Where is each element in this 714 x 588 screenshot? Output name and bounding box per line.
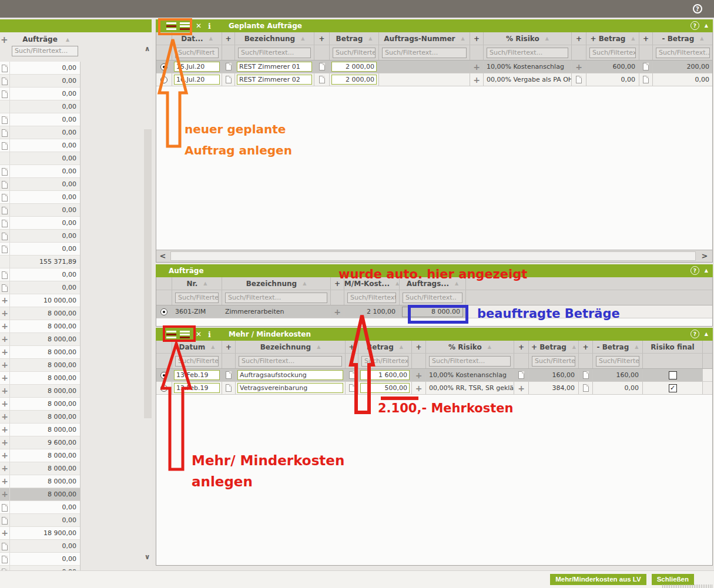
sidebar-row[interactable]: 0,00	[0, 75, 80, 88]
risiko-final-checkbox[interactable]: ✓	[669, 384, 677, 392]
sidebar-row[interactable]: +8 000,00	[0, 475, 80, 488]
help-icon[interactable]: ?	[690, 21, 699, 30]
risiko-final-checkbox[interactable]	[669, 371, 677, 379]
column-filter-input[interactable]: Such/Filtertext..	[361, 356, 408, 367]
editable-cell-input[interactable]: 500,00	[360, 383, 410, 393]
sidebar-row[interactable]: +8 000,00	[0, 346, 80, 359]
sidebar-row[interactable]: 0,00	[0, 139, 80, 152]
expand-icon[interactable]: +	[1, 425, 8, 434]
sidebar-row[interactable]: +9 600,00	[0, 436, 80, 449]
add-detail-icon[interactable]: +	[334, 306, 341, 318]
document-icon[interactable]	[2, 220, 8, 227]
document-icon[interactable]	[2, 90, 8, 98]
sidebar-row[interactable]: 0,00	[0, 113, 80, 126]
row-select-radio[interactable]	[160, 76, 167, 83]
row-select-radio[interactable]	[160, 63, 167, 70]
document-icon[interactable]	[2, 543, 8, 550]
document-icon[interactable]	[226, 371, 232, 379]
document-icon[interactable]	[643, 76, 649, 83]
row-select-radio[interactable]	[160, 372, 167, 379]
sidebar-row[interactable]: 0,00	[0, 268, 80, 281]
sidebar-row[interactable]: 0,00	[0, 191, 80, 204]
document-icon[interactable]	[2, 207, 8, 214]
expand-icon[interactable]: +	[1, 412, 8, 421]
sidebar-row[interactable]: +8 000,00	[0, 462, 80, 475]
expand-icon[interactable]: +	[1, 451, 8, 460]
insert-row-above-icon[interactable]	[166, 331, 176, 338]
document-icon[interactable]	[319, 76, 325, 83]
sidebar-row[interactable]: 0,00	[0, 62, 80, 75]
document-icon[interactable]	[518, 371, 524, 379]
column-header[interactable]: Betrag▲	[358, 341, 412, 353]
column-filter-input[interactable]: Such/Filtertext..	[656, 48, 710, 58]
column-header[interactable]: Auftrags...▲	[400, 277, 466, 290]
sort-icon[interactable]: ▲	[488, 344, 491, 350]
insert-row-below-icon[interactable]	[180, 22, 190, 30]
column-filter-input[interactable]: Such/Filtertext..	[333, 48, 376, 58]
sort-icon[interactable]: ▲	[368, 36, 372, 41]
help-icon[interactable]: ?	[693, 4, 702, 14]
schliessen-button[interactable]: Schließen	[652, 574, 694, 585]
sort-icon[interactable]: ▲	[400, 344, 403, 350]
mehr-minderkosten-aus-lv-button[interactable]: Mehr/Minderkosten aus LV	[550, 574, 646, 585]
editable-cell-input[interactable]: 16.Jul.20	[174, 75, 220, 85]
sidebar-row[interactable]: 0,00	[0, 204, 80, 217]
sidebar-row[interactable]: +8 000,00	[0, 359, 80, 372]
expand-icon[interactable]: +	[1, 438, 8, 447]
column-filter-input[interactable]: Such/Filtertext..	[589, 48, 636, 58]
document-icon[interactable]	[576, 76, 582, 83]
document-icon[interactable]	[583, 384, 589, 392]
scroll-up-icon[interactable]: ∧	[143, 45, 152, 53]
sort-icon[interactable]: ▲	[631, 36, 635, 41]
column-header[interactable]: - Betrag▲	[593, 341, 643, 353]
sort-icon[interactable]: ▲	[303, 281, 306, 286]
info-icon[interactable]: i	[208, 330, 211, 339]
sidebar-row[interactable]: 0,00	[0, 281, 80, 294]
expand-icon[interactable]: +	[1, 347, 8, 357]
column-filter-input[interactable]: Such/Filtertext..	[403, 293, 462, 303]
column-filter-input[interactable]: Such/Filtertext..	[175, 356, 219, 367]
table-row[interactable]: 3601-ZIMZimmererarbeiten+2 100,008 000.0…	[156, 305, 712, 318]
sidebar-row[interactable]: 0,00	[0, 165, 80, 178]
expand-icon[interactable]: +	[1, 334, 8, 344]
scroll-left-icon[interactable]: <	[157, 251, 168, 261]
document-icon[interactable]	[2, 129, 8, 137]
expand-icon[interactable]: +	[1, 321, 8, 331]
expand-icon[interactable]: +	[1, 476, 8, 486]
scrollbar-thumb[interactable]	[170, 251, 696, 261]
document-icon[interactable]	[2, 78, 8, 85]
expand-icon[interactable]: +	[1, 308, 8, 318]
column-filter-input[interactable]: Such/Filtertext...	[487, 48, 568, 58]
sort-icon[interactable]: ▲	[66, 37, 69, 42]
editable-cell-input[interactable]: 1 600,00	[360, 370, 410, 380]
sidebar-row[interactable]: 0,00	[0, 566, 80, 570]
collapse-icon[interactable]: ▲	[705, 268, 708, 273]
column-header[interactable]: % Risiko▲	[426, 341, 514, 353]
insert-row-below-icon[interactable]	[180, 331, 190, 338]
row-select-radio[interactable]	[160, 385, 167, 392]
document-icon[interactable]	[2, 284, 8, 292]
sidebar-add-icon[interactable]: +	[1, 35, 8, 45]
editable-cell-input[interactable]: 15.Jul.20	[174, 62, 220, 72]
column-header[interactable]: Dat...▲	[172, 32, 222, 45]
sidebar-row[interactable]: 0,00	[0, 126, 80, 139]
expand-icon[interactable]: +	[1, 399, 8, 408]
document-icon[interactable]	[2, 517, 8, 525]
sidebar-row[interactable]: +8 000,00	[0, 385, 80, 398]
sort-icon[interactable]: ▲	[545, 36, 549, 41]
column-filter-input[interactable]: Such/Filtertext..	[596, 356, 639, 367]
column-header[interactable]: M/M-Kost...▲	[344, 277, 400, 290]
column-header[interactable]: % Risiko▲	[484, 32, 572, 45]
sort-icon[interactable]: ▲	[395, 281, 399, 286]
sort-icon[interactable]: ▲	[209, 36, 213, 41]
sidebar-filter-input[interactable]: Such/Filtertext...	[12, 46, 78, 56]
table-row[interactable]: 16.Jul.20REST Zimmerer 022 000,00+00,00%…	[156, 73, 712, 86]
sidebar-row[interactable]: +8 000,00	[0, 372, 80, 385]
column-header[interactable]: Bezeichnung▲	[235, 32, 314, 45]
sort-icon[interactable]: ▲	[700, 36, 703, 41]
sidebar-row[interactable]: 0,00	[0, 152, 80, 165]
expand-icon[interactable]: +	[1, 463, 8, 473]
resize-grip[interactable]	[662, 584, 713, 588]
column-filter-input[interactable]: Such/Filtertext..	[175, 293, 219, 303]
expand-icon[interactable]: +	[1, 528, 8, 537]
